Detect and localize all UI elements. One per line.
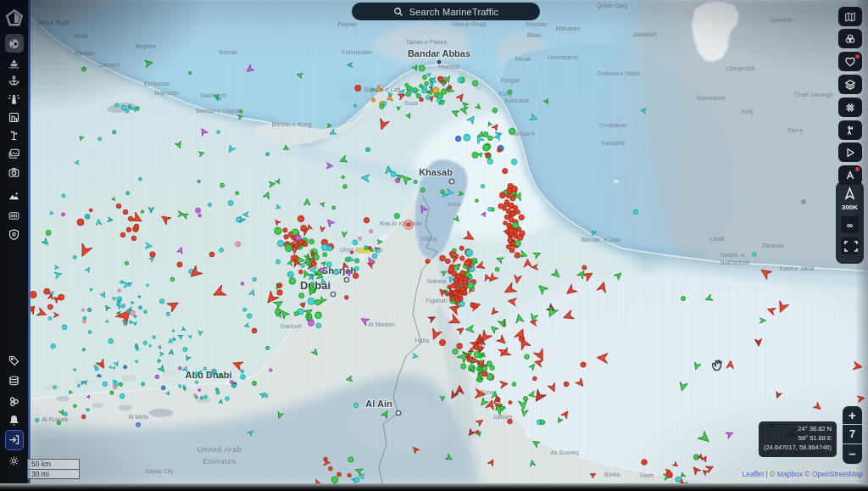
- svg-text:Chah Jahangir: Chah Jahangir: [794, 92, 833, 98]
- svg-text:Al Ain: Al Ain: [365, 399, 392, 409]
- svg-text:Quleh Ganj: Quleh Ganj: [597, 3, 627, 9]
- svg-text:Bastak: Bastak: [219, 49, 237, 55]
- svg-text:Lima: Lima: [448, 201, 460, 207]
- svg-text:Ras Al Khaimah: Ras Al Khaimah: [380, 220, 422, 226]
- svg-text:Golmorti: Golmorti: [770, 17, 793, 23]
- svg-text:Gowharan: Gowharan: [599, 122, 626, 128]
- svg-text:Suza: Suza: [404, 100, 418, 106]
- svg-text:Minab: Minab: [515, 56, 531, 62]
- svg-text:Fujairah: Fujairah: [426, 298, 447, 304]
- svg-text:Lamerd: Lamerd: [99, 62, 120, 68]
- svg-text:Fanuj: Fanuj: [787, 127, 803, 134]
- svg-text:Khasab: Khasab: [419, 167, 453, 177]
- svg-text:∞: ∞: [847, 220, 853, 230]
- svg-text:Tazian-e Paeen: Tazian-e Paeen: [406, 39, 448, 45]
- svg-text:Bandar- e Jask: Bandar- e Jask: [581, 237, 621, 243]
- svg-text:Ruydar: Ruydar: [338, 21, 358, 28]
- svg-text:Mahasan: Mahasan: [556, 25, 581, 31]
- svg-text:Al Ruwais: Al Ruwais: [42, 416, 69, 422]
- svg-text:Al Madam: Al Madam: [368, 321, 395, 327]
- svg-text:Kohurestan: Kohurestan: [342, 49, 372, 55]
- svg-text:Jastabad: Jastabad: [632, 31, 657, 37]
- svg-text:Ramesheh: Ramesheh: [697, 95, 726, 101]
- svg-text:Lirdaf: Lirdaf: [709, 236, 725, 242]
- svg-text:Seeb: Seeb: [640, 472, 654, 478]
- svg-text:Emirates: Emirates: [203, 457, 236, 466]
- svg-text:Senderk: Senderk: [513, 131, 536, 137]
- svg-text:Hatta: Hatta: [415, 338, 430, 343]
- svg-text:Talada -e: Talada -e: [721, 252, 745, 258]
- svg-text:Bandar Abbas: Bandar Abbas: [408, 48, 470, 59]
- svg-text:Abu Dhabi: Abu Dhabi: [186, 370, 232, 380]
- svg-text:Kotij: Kotij: [741, 109, 753, 115]
- svg-text:United Arab: United Arab: [198, 445, 242, 454]
- svg-text:Sardasht: Sardasht: [601, 140, 625, 146]
- svg-text:Kargan: Kargan: [501, 77, 520, 84]
- svg-text:Hashtbandi: Hashtbandi: [548, 54, 578, 60]
- svg-text:akhl-e Taghi: akhl-e Taghi: [37, 20, 70, 26]
- svg-text:Beyram: Beyram: [136, 43, 156, 50]
- svg-text:Eshkanan: Eshkanan: [143, 81, 170, 86]
- svg-text:Mohr: Mohr: [75, 33, 89, 39]
- svg-text:Bikah: Bikah: [526, 32, 542, 38]
- svg-text:Bandar-e Charak: Bandar-e Charak: [196, 108, 242, 114]
- svg-text:Zarabad: Zarabad: [762, 243, 784, 248]
- svg-text:Bujerash: Bujerash: [154, 90, 178, 97]
- svg-text:Nakhlestan: Nakhlestan: [720, 259, 749, 265]
- svg-text:Kalat-e Jahal: Kalat-e Jahal: [780, 265, 815, 271]
- svg-text:As Suwaiq: As Suwaiq: [550, 449, 578, 456]
- svg-text:Al Mirfa: Al Mirfa: [128, 414, 148, 420]
- svg-text:Zayed City: Zayed City: [145, 468, 174, 475]
- svg-text:Chegerdak: Chegerdak: [726, 65, 756, 72]
- svg-text:Barka: Barka: [604, 471, 620, 477]
- svg-text:Darbani-e Salan: Darbani-e Salan: [598, 70, 641, 76]
- svg-text:Roudan: Roudan: [526, 21, 548, 27]
- svg-text:Dibba: Dibba: [421, 236, 437, 242]
- svg-text:Ghal-e Ghazi: Ghal-e Ghazi: [451, 21, 487, 27]
- svg-text:Gantoot: Gantoot: [281, 323, 302, 329]
- svg-text:300K: 300K: [842, 204, 858, 211]
- svg-text:Kuhestak: Kuhestak: [504, 98, 530, 103]
- svg-text:Parsian: Parsian: [75, 50, 95, 56]
- svg-text:Hormuz: Hormuz: [439, 64, 460, 70]
- svg-text:Bandar-e Kong: Bandar-e Kong: [271, 121, 311, 128]
- svg-text:Nahwa: Nahwa: [427, 278, 446, 284]
